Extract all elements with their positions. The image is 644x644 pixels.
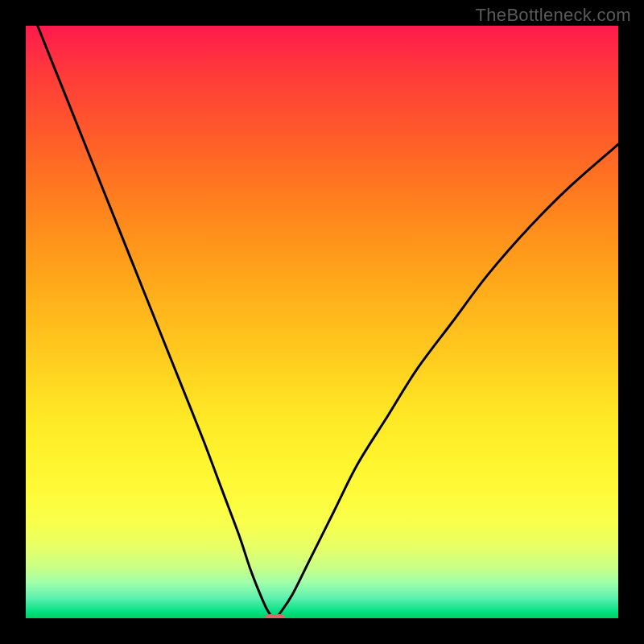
- watermark-text: TheBottleneck.com: [476, 5, 631, 26]
- curve-layer: [26, 26, 618, 618]
- bottleneck-curve: [38, 26, 618, 618]
- minimum-marker: [265, 614, 285, 618]
- chart-frame: TheBottleneck.com: [0, 0, 644, 644]
- plot-area: [26, 26, 618, 618]
